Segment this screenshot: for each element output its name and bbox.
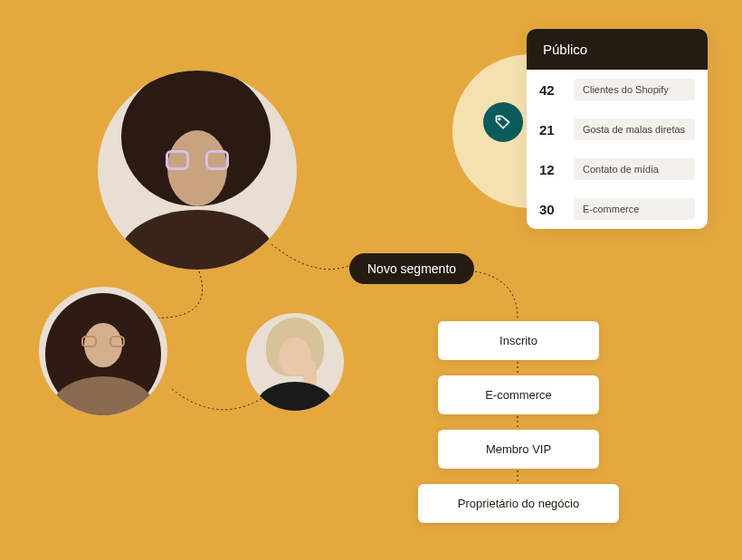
audience-label: E-commerce — [574, 198, 695, 220]
audience-label: Contato de mídia — [574, 158, 695, 180]
new-segment-pill: Novo segmento — [349, 253, 474, 284]
avatar-secondary-right — [246, 313, 344, 411]
avatar-secondary-left — [39, 287, 167, 415]
audience-card: Público 42 Clientes do Shopify 21 Gosta … — [527, 29, 708, 229]
segment-chip: E-commerce — [438, 375, 599, 414]
segment-chip: Proprietário do negócio — [418, 484, 619, 523]
tag-icon — [483, 102, 523, 142]
avatar-primary — [98, 71, 297, 270]
svg-point-3 — [499, 119, 500, 120]
audience-label: Gosta de malas diretas — [574, 119, 695, 140]
audience-row: 21 Gosta de malas diretas — [527, 109, 708, 149]
audience-count: 30 — [539, 202, 563, 217]
audience-label: Clientes do Shopify — [574, 79, 695, 100]
audience-count: 42 — [539, 82, 563, 98]
segment-chip: Membro VIP — [438, 430, 599, 469]
segment-chip: Inscrito — [438, 321, 599, 360]
audience-card-title: Público — [527, 29, 708, 70]
audience-row: 30 E-commerce — [527, 189, 708, 229]
audience-count: 12 — [539, 162, 563, 177]
audience-row: 12 Contato de mídia — [527, 149, 708, 189]
audience-count: 21 — [539, 122, 563, 138]
audience-row: 42 Clientes do Shopify — [527, 70, 708, 109]
